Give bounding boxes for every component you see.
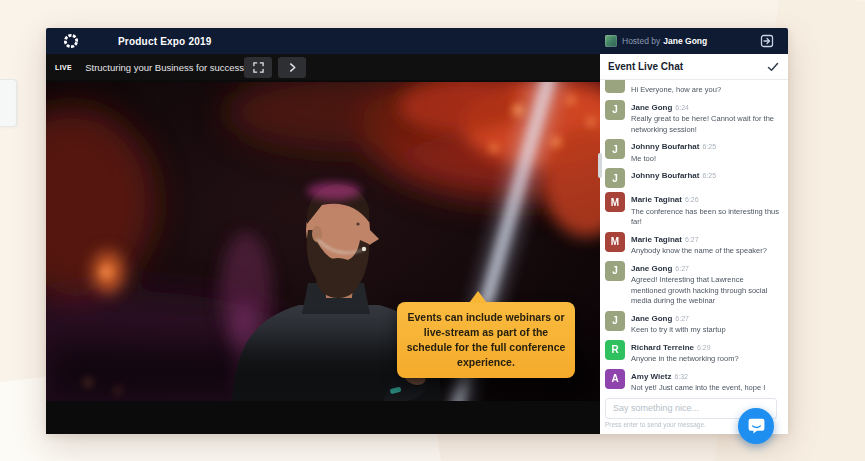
sender-name: Marie Taginat (631, 235, 682, 244)
chat-composer: Press enter to send your message. (600, 394, 788, 434)
avatar: J (605, 168, 625, 188)
message-text: The conference has been so interesting t… (631, 207, 780, 228)
video-panel: LIVE Structuring your Business for succe… (46, 54, 600, 434)
message-text: Keen to try it with my startup (631, 325, 780, 336)
navbar-right: Hosted by Jane Gong (600, 34, 788, 49)
main-content: LIVE Structuring your Business for succe… (46, 54, 788, 434)
chat-header: Event Live Chat (600, 54, 788, 80)
sender-name: Johnny Boufarhat (631, 171, 699, 180)
message-text: Not yet! Just came into the event, hope … (631, 383, 780, 394)
event-app-window: Product Expo 2019 Hosted by Jane Gong LI… (46, 28, 788, 434)
navbar-left: Product Expo 2019 (46, 32, 600, 50)
avatar: M (605, 232, 625, 252)
message-timestamp: 6:27 (675, 315, 689, 322)
sender-name: Marie Taginat (631, 195, 682, 204)
chat-message: RRichard Terreine6:29Anyone in the netwo… (605, 340, 780, 365)
message-timestamp: 6:27 (685, 236, 699, 243)
message-text: Really great to be here! Cannot wait for… (631, 114, 780, 135)
intercom-messenger-button[interactable] (738, 408, 774, 444)
message-timestamp: 6:29 (697, 344, 711, 351)
chat-message: JJane Gong6:27Agreed! Interesting that L… (605, 261, 780, 307)
avatar: A (605, 369, 625, 389)
message-body: Jane Gong6:27Keen to try it with my star… (631, 311, 780, 336)
event-title: Product Expo 2019 (118, 36, 211, 47)
message-body: Hi Everyone, how are you? (631, 85, 780, 96)
message-text: Me too! (631, 154, 780, 165)
chat-message: JJane Gong6:24Really great to be here! C… (605, 100, 780, 136)
sender-name: Johnny Boufarhat (631, 142, 699, 151)
sender-name: Jane Gong (631, 264, 672, 273)
avatar: J (605, 261, 625, 281)
exit-event-button[interactable] (759, 34, 774, 49)
message-timestamp: 6:24 (675, 104, 689, 111)
feature-callout-text: Events can include webinars or live-stre… (406, 310, 566, 370)
avatar: J (605, 311, 625, 331)
message-body: Richard Terreine6:29Anyone in the networ… (631, 340, 780, 365)
sender-name: Jane Gong (631, 314, 672, 323)
brand-logo-icon[interactable] (62, 32, 80, 50)
message-text: Hi Everyone, how are you? (631, 85, 780, 96)
chat-header-title: Event Live Chat (608, 61, 683, 72)
message-body: Amy Wietz6:32Not yet! Just came into the… (631, 369, 780, 395)
message-timestamp: 6:27 (675, 265, 689, 272)
message-timestamp: 6:32 (674, 373, 688, 380)
message-text: Anybody know the name of the speaker? (631, 246, 780, 257)
chat-message: JJane Gong6:27Keen to try it with my sta… (605, 311, 780, 336)
message-timestamp: 6:25 (702, 143, 716, 150)
sender-name: Richard Terreine (631, 343, 694, 352)
avatar: J (605, 100, 625, 120)
chat-message: JJohnny Boufarhat6:25Me too! (605, 139, 780, 164)
message-body: Johnny Boufarhat6:25Me too! (631, 139, 780, 164)
chat-scrollbar-thumb[interactable] (598, 153, 602, 178)
chat-message-list: Hi Everyone, how are you?JJane Gong6:24R… (600, 80, 788, 394)
host-avatar (605, 35, 617, 47)
avatar (605, 80, 625, 93)
message-timestamp: 6:26 (685, 196, 699, 203)
message-body: Jane Gong6:24Really great to be here! Ca… (631, 100, 780, 136)
live-badge: LIVE (55, 64, 72, 71)
sender-name: Amy Wietz (631, 372, 671, 381)
chat-message: JJohnny Boufarhat6:25 (605, 168, 780, 188)
message-text: Agreed! Interesting that Lawrence mentio… (631, 275, 780, 307)
avatar: M (605, 192, 625, 212)
message-timestamp: 6:25 (702, 172, 716, 179)
checkmark-icon[interactable] (767, 62, 779, 72)
hosted-by-label: Hosted by (622, 36, 660, 46)
host-name: Jane Gong (663, 36, 707, 46)
top-navbar: Product Expo 2019 Hosted by Jane Gong (46, 28, 788, 54)
message-body: Marie Taginat6:27Anybody know the name o… (631, 232, 780, 257)
session-title: Structuring your Business for success (85, 62, 244, 73)
sender-name: Jane Gong (631, 103, 672, 112)
message-body: Jane Gong6:27Agreed! Interesting that La… (631, 261, 780, 307)
avatar: J (605, 139, 625, 159)
chat-message: AAmy Wietz6:32Not yet! Just came into th… (605, 369, 780, 395)
message-body: Marie Taginat6:26The conference has been… (631, 192, 780, 228)
chat-message: Hi Everyone, how are you? (605, 85, 780, 96)
avatar: R (605, 340, 625, 360)
event-chat-panel: Event Live Chat Hi Everyone, how are you… (600, 54, 788, 434)
chat-message: MMarie Taginat6:26The conference has bee… (605, 192, 780, 228)
fullscreen-button[interactable] (244, 57, 272, 78)
chat-message: MMarie Taginat6:27Anybody know the name … (605, 232, 780, 257)
next-button[interactable] (278, 57, 306, 78)
video-title-bar: LIVE Structuring your Business for succe… (46, 54, 600, 80)
feature-callout-tooltip: Events can include webinars or live-stre… (397, 302, 575, 378)
message-body: Johnny Boufarhat6:25 (631, 168, 780, 188)
message-text: Anyone in the networking room? (631, 354, 780, 365)
page-edge-card (0, 79, 17, 127)
